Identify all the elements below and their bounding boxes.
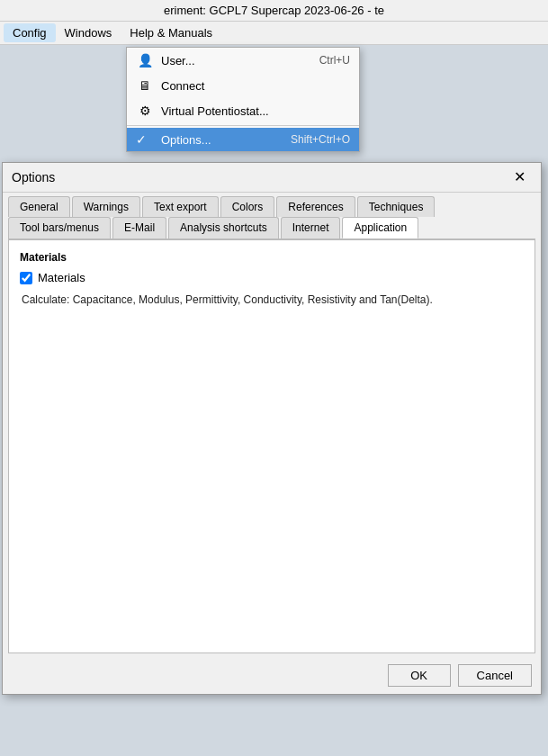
- dialog-content: Materials Materials Calculate: Capacitan…: [8, 239, 535, 653]
- menu-help[interactable]: Help & Manuals: [121, 23, 221, 42]
- tab-warnings[interactable]: Warnings: [72, 196, 140, 217]
- options-dialog: Options ✕ General Warnings Text export C…: [2, 162, 542, 695]
- connect-icon: 🖥: [136, 77, 154, 94]
- materials-checkbox[interactable]: [20, 272, 32, 284]
- materials-info-text: Calculate: Capacitance, Modulus, Permitt…: [22, 292, 524, 308]
- dropdown-divider: [127, 125, 359, 126]
- cancel-button[interactable]: Cancel: [458, 664, 532, 687]
- dropdown-user-label: User...: [161, 54, 195, 68]
- title-text: eriment: GCPL7 Supercap 2023-06-26 - te: [164, 4, 384, 17]
- menu-bar: Config Windows Help & Manuals: [0, 22, 548, 45]
- menu-config[interactable]: Config: [4, 23, 56, 42]
- dropdown-virtual[interactable]: ⚙ Virtual Potentiostat...: [127, 98, 359, 123]
- tab-toolbars[interactable]: Tool bars/menus: [8, 217, 111, 238]
- tabs-container: General Warnings Text export Colors Refe…: [3, 193, 541, 238]
- tab-colors[interactable]: Colors: [220, 196, 275, 217]
- dialog-title: Options: [12, 170, 55, 184]
- tabs-row-2: Tool bars/menus E-Mail Analysis shortcut…: [8, 217, 535, 238]
- dropdown-virtual-label: Virtual Potentiostat...: [161, 104, 269, 118]
- tab-analysis[interactable]: Analysis shortcuts: [168, 217, 279, 238]
- dropdown-connect-label: Connect: [161, 79, 204, 93]
- options-checkmark: ✓: [136, 132, 154, 147]
- tab-references[interactable]: References: [276, 196, 355, 217]
- dialog-close-button[interactable]: ✕: [508, 168, 532, 186]
- tab-email[interactable]: E-Mail: [112, 217, 166, 238]
- dropdown-user[interactable]: 👤 User... Ctrl+U: [127, 48, 359, 73]
- dialog-footer: OK Cancel: [3, 659, 541, 694]
- user-icon: 👤: [136, 52, 154, 68]
- dropdown-options[interactable]: ✓ Options... Shift+Ctrl+O: [127, 128, 359, 151]
- config-dropdown: 👤 User... Ctrl+U 🖥 Connect ⚙ Virtual Pot…: [126, 47, 360, 152]
- dropdown-connect[interactable]: 🖥 Connect: [127, 73, 359, 98]
- tab-internet[interactable]: Internet: [281, 217, 341, 238]
- dropdown-options-label: Options...: [161, 133, 211, 147]
- menu-windows[interactable]: Windows: [56, 23, 121, 42]
- virtual-icon: ⚙: [136, 103, 154, 119]
- tab-techniques[interactable]: Techniques: [357, 196, 436, 217]
- ok-button[interactable]: OK: [388, 664, 451, 687]
- tab-general[interactable]: General: [8, 196, 70, 217]
- tabs-row-1: General Warnings Text export Colors Refe…: [8, 196, 535, 217]
- dropdown-user-shortcut: Ctrl+U: [319, 54, 350, 67]
- materials-checkbox-row: Materials: [20, 271, 524, 284]
- dialog-title-bar: Options ✕: [3, 163, 541, 193]
- title-bar: eriment: GCPL7 Supercap 2023-06-26 - te: [0, 0, 548, 22]
- section-materials-title: Materials: [20, 251, 524, 264]
- materials-checkbox-label[interactable]: Materials: [38, 271, 85, 284]
- dropdown-options-shortcut: Shift+Ctrl+O: [291, 133, 350, 146]
- tab-text-export[interactable]: Text export: [142, 196, 219, 217]
- tab-application[interactable]: Application: [342, 217, 418, 238]
